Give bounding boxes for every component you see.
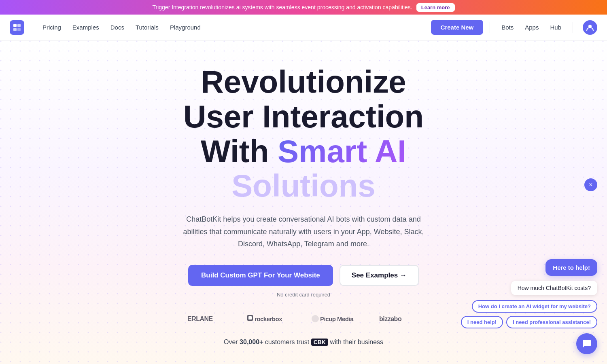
navbar: Pricing Examples Docs Tutorials Playgrou… [0,15,607,40]
nav-playground[interactable]: Playground [165,21,206,33]
nav-docs[interactable]: Docs [106,21,129,33]
svg-rect-9 [248,316,252,320]
nav-tutorials[interactable]: Tutorials [131,21,163,33]
see-examples-button[interactable]: See Examples → [340,265,419,286]
svg-text:ERLANE: ERLANE [187,315,213,322]
customers-middle: customers trust [263,339,311,345]
navbar-divider-left [31,22,31,33]
hero-description: ChatBotKit helps you create conversation… [178,213,429,250]
hero-title-line1: Revolutionize [201,64,406,99]
svg-text:rockerbox: rockerbox [255,315,282,322]
hero-buttons: Build Custom GPT For Your Website See Ex… [178,265,429,286]
customers-suffix: with their business [328,339,383,345]
chat-widget: × Here to help! How much ChatBotKit cost… [460,259,597,354]
announcement-bar: Trigger Integration revolutionizes ai sy… [0,0,607,15]
announcement-text: Trigger Integration revolutionizes ai sy… [152,4,412,11]
create-new-button[interactable]: Create New [431,20,484,35]
hero-title: Revolutionize User Interaction With Smar… [178,65,429,203]
svg-point-11 [312,315,318,322]
hero-title-gradient: Smart AI [278,133,406,169]
chat-close-button[interactable]: × [584,178,597,191]
logo-icon [10,20,24,35]
logo-link[interactable] [10,20,24,35]
svg-rect-0 [13,24,17,27]
nav-pricing[interactable]: Pricing [38,21,66,33]
logos-row: ERLANE rockerbox Picup Media bizzabo [178,314,429,326]
chat-received-message: How much ChatBotKit costs? [511,281,597,295]
hero-content: Revolutionize User Interaction With Smar… [178,65,429,346]
customers-prefix: Over [224,339,240,345]
hero-title-line3-plain: With [201,133,278,169]
customers-count: 30,000+ [240,339,263,345]
build-gpt-button[interactable]: Build Custom GPT For Your Website [188,265,333,286]
no-credit-text: No credit card required [178,292,429,298]
logo-rockerbox: rockerbox [247,314,292,326]
logo-picup-media: Picup Media [311,314,360,326]
chat-bubble: Here to help! [545,259,597,276]
svg-text:bizzabo: bizzabo [379,315,402,322]
nav-apps[interactable]: Apps [520,21,543,33]
navbar-divider-right2 [573,22,573,33]
hero-title-line2: User Interaction [183,99,424,134]
hero-title-faded: Solutions [231,168,375,203]
nav-bots[interactable]: Bots [497,21,518,33]
customers-text: Over 30,000+ customers trust CBK with th… [178,339,429,346]
logo-erlane: ERLANE [187,314,228,326]
quick-reply-0[interactable]: How do I create an AI widget for my webs… [472,300,597,313]
navbar-nav: Pricing Examples Docs Tutorials Playgrou… [38,21,431,33]
svg-text:Picup Media: Picup Media [320,315,354,322]
chat-toggle-button[interactable] [576,333,597,354]
logo-bizzabo: bizzabo [379,314,420,326]
svg-rect-1 [17,24,21,27]
user-avatar[interactable] [583,20,597,35]
quick-reply-2[interactable]: I need professional assistance! [506,316,597,328]
chat-quick-replies: How do I create an AI widget for my webs… [460,300,597,328]
learn-more-button[interactable]: Learn more [416,3,455,12]
svg-rect-3 [17,28,21,31]
svg-rect-2 [13,28,17,31]
nav-hub[interactable]: Hub [545,21,566,33]
navbar-divider-right [490,22,490,33]
customers-brand: CBK [311,339,328,346]
quick-reply-1[interactable]: I need help! [461,316,503,328]
nav-examples[interactable]: Examples [68,21,104,33]
navbar-right: Create New Bots Apps Hub [431,20,597,35]
